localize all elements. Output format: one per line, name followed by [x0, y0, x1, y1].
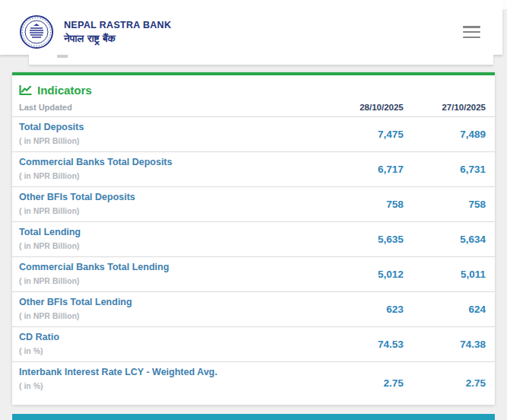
- indicator-unit: ( in NPR Billion): [19, 311, 321, 320]
- indicator-value-col1: 6,717: [321, 152, 403, 186]
- indicator-row-head: Commercial Banks Total Lending ( in NPR …: [19, 257, 321, 291]
- indicator-label: Commercial Banks Total Deposits: [19, 157, 321, 167]
- indicator-row: Other BFIs Total Deposits ( in NPR Billi…: [12, 187, 495, 222]
- indicator-row-head: Interbank Interest Rate LCY - Weighted A…: [19, 362, 321, 403]
- indicator-label: Interbank Interest Rate LCY - Weighted A…: [19, 367, 321, 377]
- indicator-value-col2: 5,011: [403, 257, 486, 291]
- indicator-row: Total Deposits ( in NPR Billion) 7,475 7…: [12, 117, 495, 152]
- chart-line-icon: [19, 84, 32, 96]
- indicator-value-col2: 758: [403, 187, 486, 221]
- indicator-row-head: Other BFIs Total Deposits ( in NPR Billi…: [19, 187, 321, 221]
- indicator-value-col2: 624: [403, 292, 486, 326]
- hamburger-menu-icon[interactable]: [463, 26, 480, 38]
- indicators-title-text: Indicators: [37, 84, 92, 97]
- indicator-value-col1: 74.53: [321, 327, 403, 361]
- indicator-unit: ( in NPR Billion): [19, 206, 321, 215]
- indicator-value-col1: 7,475: [321, 117, 403, 151]
- indicator-value-col2: 6,731: [403, 152, 486, 186]
- indicator-row-head: Commercial Banks Total Deposits ( in NPR…: [19, 152, 321, 186]
- indicator-row-head: CD Ratio ( in %): [19, 327, 321, 361]
- date-column-2: 27/10/2025: [403, 103, 486, 112]
- indicator-row: Interbank Interest Rate LCY - Weighted A…: [12, 362, 495, 403]
- header-top-cap: [0, 0, 502, 9]
- indicator-value-col1: 5,635: [321, 222, 403, 256]
- bank-name-nepali: नेपाल राष्ट्र बैंक: [64, 32, 171, 45]
- indicator-value-col1: 623: [321, 292, 403, 326]
- nrb-seal-logo[interactable]: [19, 14, 54, 49]
- indicator-row: Commercial Banks Total Deposits ( in NPR…: [12, 152, 495, 187]
- indicators-table-body: Total Deposits ( in NPR Billion) 7,475 7…: [12, 117, 495, 403]
- scrolled-card-remnant: [29, 55, 493, 65]
- indicator-unit: ( in %): [19, 346, 321, 355]
- indicator-label: Other BFIs Total Lending: [19, 297, 321, 307]
- indicator-unit: ( in %): [19, 381, 321, 390]
- indicator-value-col2: 74.38: [403, 327, 486, 361]
- indicators-table-header: Last Updated 28/10/2025 27/10/2025: [12, 100, 495, 117]
- indicator-value-col2: 5,634: [403, 222, 486, 256]
- indicator-value-col1: 5,012: [321, 257, 403, 291]
- menu-bar: [463, 26, 480, 28]
- bank-name-english: NEPAL RASTRA BANK: [64, 20, 171, 30]
- indicator-row: Commercial Banks Total Lending ( in NPR …: [12, 257, 495, 292]
- date-column-1: 28/10/2025: [321, 103, 403, 112]
- indicator-row-head: Other BFIs Total Lending ( in NPR Billio…: [19, 292, 321, 326]
- site-header: NEPAL RASTRA BANK नेपाल राष्ट्र बैंक: [0, 8, 502, 55]
- indicator-unit: ( in NPR Billion): [19, 276, 321, 285]
- indicator-value-col2: 7,489: [403, 117, 486, 151]
- indicator-label: CD Ratio: [19, 332, 321, 342]
- indicators-card: Indicators Last Updated 28/10/2025 27/10…: [12, 72, 495, 405]
- indicator-label: Total Lending: [19, 227, 321, 237]
- menu-bar: [463, 31, 480, 33]
- indicator-row-head: Total Lending ( in NPR Billion): [19, 222, 321, 256]
- indicator-label: Other BFIs Total Deposits: [19, 192, 321, 202]
- indicator-unit: ( in NPR Billion): [19, 136, 321, 145]
- indicator-value-col1: 2.75: [321, 362, 403, 403]
- indicator-label: Commercial Banks Total Lending: [19, 262, 321, 272]
- brand-text: NEPAL RASTRA BANK नेपाल राष्ट्र बैंक: [64, 20, 171, 45]
- indicator-row: Total Lending ( in NPR Billion) 5,635 5,…: [12, 222, 495, 257]
- menu-bar: [463, 37, 480, 39]
- card-remnant-fragment: [57, 55, 68, 58]
- indicator-row: Other BFIs Total Lending ( in NPR Billio…: [12, 292, 495, 327]
- indicator-row: CD Ratio ( in %) 74.53 74.38: [12, 327, 495, 362]
- indicator-value-col2: 2.75: [403, 362, 486, 403]
- last-updated-label: Last Updated: [19, 103, 321, 112]
- indicators-card-title: Indicators: [12, 75, 495, 100]
- indicator-label: Total Deposits: [19, 122, 321, 132]
- indicator-unit: ( in NPR Billion): [19, 171, 321, 180]
- next-section-top-bar: [12, 414, 495, 420]
- indicator-unit: ( in NPR Billion): [19, 241, 321, 250]
- indicator-row-head: Total Deposits ( in NPR Billion): [19, 117, 321, 151]
- nrb-seal-logo-graphic: [19, 14, 54, 49]
- indicator-value-col1: 758: [321, 187, 403, 221]
